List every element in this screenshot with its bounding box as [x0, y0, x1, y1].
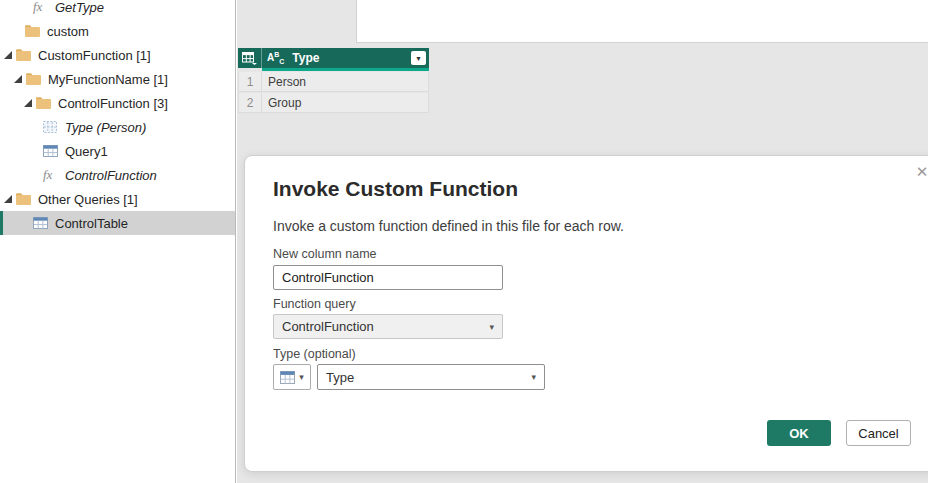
type-value: Type [326, 370, 354, 385]
function-query-value: ControlFunction [282, 319, 374, 334]
sidebar-item-controlfunction[interactable]: fxControlFunction [0, 163, 235, 187]
select-all-button[interactable] [238, 48, 262, 68]
table-icon [43, 145, 59, 157]
sidebar-item-label: GetType [55, 0, 104, 15]
column-quality-bar [262, 68, 429, 71]
dialog-title: Invoke Custom Function [273, 177, 518, 201]
sidebar-item-label: ControlTable [55, 216, 128, 231]
sidebar-item-customfunction-1[interactable]: CustomFunction [1] [0, 43, 235, 67]
expanded-triangle-icon[interactable] [24, 99, 32, 107]
row-number[interactable]: 1 [238, 72, 262, 92]
chevron-down-icon: ▾ [531, 372, 536, 382]
queries-pane: fxGetTypecustomCustomFunction [1]MyFunct… [0, 0, 236, 483]
sidebar-item-gettype[interactable]: fxGetType [0, 0, 235, 19]
sidebar-item-myfunctionname-1[interactable]: MyFunctionName [1] [0, 67, 235, 91]
function-query-label: Function query [273, 297, 356, 311]
sidebar-item-label: Other Queries [1] [38, 192, 138, 207]
sidebar-item-label: CustomFunction [1] [38, 48, 151, 63]
cell-value[interactable]: Person [262, 72, 429, 92]
sidebar-item-label: MyFunctionName [1] [48, 72, 168, 87]
function-icon: fx [33, 0, 49, 15]
corner-caret-icon [252, 63, 257, 65]
sidebar-item-label: Type (Person) [65, 120, 146, 135]
function-query-dropdown[interactable]: ControlFunction ▾ [273, 314, 503, 339]
column-name: Type [292, 51, 319, 65]
chevron-down-icon: ▾ [299, 372, 304, 382]
cell-value[interactable]: Group [262, 93, 429, 113]
folder-icon [16, 193, 32, 205]
expanded-triangle-icon[interactable] [14, 75, 22, 83]
expanded-triangle-icon[interactable] [4, 51, 12, 59]
cancel-button[interactable]: Cancel [846, 420, 911, 446]
ok-button[interactable]: OK [767, 420, 831, 446]
type-optional-label: Type (optional) [273, 347, 356, 361]
table-icon [33, 217, 49, 229]
sidebar-item-label: Query1 [65, 144, 108, 159]
table-grid-icon [242, 52, 257, 65]
column-header-type[interactable]: ABC Type ▼ [262, 48, 429, 68]
folder-icon [16, 49, 32, 61]
sidebar-item-query1[interactable]: Query1 [0, 139, 235, 163]
data-preview-table: ABC Type ▼ 1Person2Group [238, 48, 429, 113]
table-type-icon [280, 371, 295, 384]
sidebar-item-custom[interactable]: custom [0, 19, 235, 43]
text-type-icon: ABC [267, 51, 284, 65]
sidebar-item-label: custom [47, 24, 89, 39]
table-row: 2Group [238, 93, 429, 113]
parameter-icon [43, 121, 59, 133]
invoke-custom-function-dialog: ✕ Invoke Custom Function Invoke a custom… [244, 155, 928, 472]
power-query-editor: fxGetTypecustomCustomFunction [1]MyFunct… [0, 0, 928, 483]
sidebar-item-label: ControlFunction [65, 168, 157, 183]
sidebar-item-other-queries-1[interactable]: Other Queries [1] [0, 187, 235, 211]
sidebar-item-type-person[interactable]: Type (Person) [0, 115, 235, 139]
table-row: 1Person [238, 72, 429, 92]
filter-dropdown-button[interactable]: ▼ [411, 51, 426, 65]
sidebar-item-label: ControlFunction [3] [58, 96, 168, 111]
dialog-description: Invoke a custom function defined in this… [273, 218, 624, 234]
new-column-name-label: New column name [273, 247, 377, 261]
sidebar-item-controltable[interactable]: ControlTable [0, 211, 235, 235]
sidebar-item-controlfunction-3[interactable]: ControlFunction [3] [0, 91, 235, 115]
expanded-triangle-icon[interactable] [4, 195, 12, 203]
row-number[interactable]: 2 [238, 93, 262, 113]
table-header-row: ABC Type ▼ [238, 48, 429, 68]
folder-icon [25, 25, 41, 37]
folder-icon [26, 73, 42, 85]
selection-bar [0, 211, 3, 235]
function-icon: fx [43, 167, 59, 183]
new-column-name-input[interactable] [273, 265, 503, 290]
type-kind-split-button[interactable]: ▾ [273, 364, 311, 390]
chevron-down-icon: ▾ [489, 322, 494, 332]
close-icon[interactable]: ✕ [911, 161, 928, 183]
formula-bar[interactable] [356, 0, 928, 43]
folder-icon [36, 97, 52, 109]
type-dropdown[interactable]: Type ▾ [317, 364, 545, 390]
